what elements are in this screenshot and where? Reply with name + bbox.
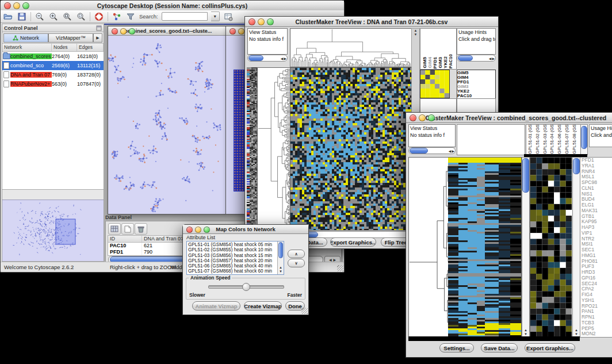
close-icon[interactable]: [230, 28, 236, 35]
minimize-icon[interactable]: [13, 2, 20, 9]
minimize-icon[interactable]: [120, 28, 127, 35]
minimize-icon[interactable]: [238, 28, 244, 35]
zoom-window-icon[interactable]: [129, 28, 135, 35]
new-attribute-icon[interactable]: [121, 223, 134, 235]
network-list-row[interactable]: DNA and Tran 07 769(0) 183728(0): [2, 70, 104, 79]
zoom-heatmap[interactable]: [420, 70, 450, 98]
move-down-button[interactable]: ∨: [288, 259, 305, 267]
gene-label[interactable]: MON2: [580, 331, 612, 337]
attribute-list-item[interactable]: GPL51-03 (GSM856) heat shock 15 min: [187, 253, 284, 258]
zoom-window-icon[interactable]: [204, 227, 210, 233]
select-attributes-icon[interactable]: [108, 223, 121, 235]
close-icon[interactable]: [248, 18, 255, 25]
array-column-label[interactable]: GPL51-04 (GSM857): [549, 124, 554, 154]
array-column-label[interactable]: GPL51-03 (GSM856): [542, 124, 548, 154]
resize-grip[interactable]: [301, 308, 308, 314]
zoom-window-icon[interactable]: [22, 2, 29, 9]
gene-column-label[interactable]: PFD1: [433, 57, 438, 68]
minimize-icon[interactable]: [419, 114, 426, 121]
network-list-row[interactable]: combined_scores 2764(0) 16218(0): [2, 52, 104, 61]
column-dendrogram[interactable]: [290, 28, 412, 67]
minimize-icon[interactable]: [195, 227, 201, 233]
attribute-list-item[interactable]: GPL51-02 (GSM855) heat shock 10 min: [187, 247, 284, 252]
view-status-scrollbar[interactable]: ◀▶: [408, 147, 456, 154]
create-vizmap-button[interactable]: Create Vizmap: [244, 301, 282, 311]
array-column-label[interactable]: GPL51-08 (GSM872): [572, 124, 577, 154]
speed-slider[interactable]: [208, 285, 284, 289]
zoom-vscrollbar[interactable]: ▲▼: [572, 157, 580, 338]
minimize-icon[interactable]: [258, 18, 265, 25]
array-column-label[interactable]: GPL51-01 (GSM854): [527, 124, 533, 154]
toolbar-separator: [108, 12, 108, 21]
tab-overflow-arrow-icon[interactable]: ▶: [93, 33, 102, 43]
help-ring-icon[interactable]: [94, 12, 104, 22]
zoom-out-icon[interactable]: [35, 12, 45, 22]
move-up-button[interactable]: ∧: [288, 250, 305, 258]
open-icon[interactable]: [3, 12, 13, 22]
close-icon[interactable]: [4, 2, 11, 9]
close-icon[interactable]: [410, 114, 416, 121]
search-dropdown-icon[interactable]: ▼: [211, 12, 220, 21]
array-column-label[interactable]: GPL51-07 (GSM868): [564, 124, 569, 154]
close-icon[interactable]: [112, 28, 118, 35]
zoom-window-icon[interactable]: [428, 114, 435, 121]
attribute-list-item[interactable]: GPL51-04 (GSM857) heat shock 20 min: [187, 258, 284, 263]
scroll-arrows[interactable]: ◀▶: [324, 256, 341, 262]
column-dendrogram-area: [457, 124, 525, 155]
attribute-list-item[interactable]: GPL51-01 (GSM854) heat shock 05 min: [187, 242, 284, 247]
main-heatmap[interactable]: [448, 157, 522, 338]
gene-column-label[interactable]: GIM5: [422, 57, 427, 68]
zoom-fit-icon[interactable]: [62, 12, 72, 22]
gene-column-label[interactable]: GIM4: [427, 57, 433, 68]
attribute-table-icon[interactable]: [223, 12, 234, 22]
animate-vizmap-button[interactable]: Animate Vizmap: [192, 301, 240, 311]
network-list-row[interactable]: RNAPuberNov2+ 563(0) 107847(0): [2, 79, 104, 89]
network-overview-thumbnail: [2, 200, 104, 261]
zoom-window-icon[interactable]: [267, 18, 274, 25]
gene-row-label[interactable]: PAC10: [457, 94, 495, 98]
vizmapper-icon[interactable]: [112, 12, 122, 22]
slider-thumb[interactable]: [242, 283, 250, 291]
labels-vscrollbar[interactable]: [580, 124, 588, 155]
dialog-titlebar[interactable]: Map Colors to Network: [183, 225, 308, 234]
close-icon[interactable]: [186, 227, 193, 233]
network-list-row[interactable]: combined_sco 2569(6) 13112(15): [2, 61, 104, 70]
main-titlebar[interactable]: Cytoscape Desktop (Session Name: collins…: [1, 1, 344, 11]
save-icon[interactable]: [17, 12, 27, 22]
row-dendrogram[interactable]: [257, 67, 291, 231]
attribute-list-scrollbar[interactable]: ▲▼: [277, 242, 284, 274]
export-graphics-button[interactable]: Export Graphics...: [525, 343, 575, 352]
gene-column-label[interactable]: YKE2: [443, 56, 448, 68]
heatmap-vscrollbar[interactable]: ▲▼: [522, 157, 530, 338]
row-dendrogram[interactable]: [408, 157, 449, 338]
settings-button[interactable]: Settings...: [439, 343, 474, 352]
network-overview-panel[interactable]: [2, 200, 104, 261]
tv1-titlebar[interactable]: ClusterMaker TreeView : DNA and Tran 07-…: [245, 17, 498, 27]
zoom-heatmap[interactable]: [530, 157, 573, 338]
delete-attribute-icon[interactable]: [135, 223, 147, 235]
gene-column-label[interactable]: GIM3: [438, 57, 443, 68]
view-status-scrollbar[interactable]: ◀▶: [247, 55, 288, 62]
filter-icon[interactable]: [125, 12, 136, 22]
gene-column-label[interactable]: PAC10: [448, 54, 453, 68]
network-view-window[interactable]: combined_scores_good.txt--cluste...: [108, 26, 226, 214]
network-graph-canvas[interactable]: [108, 35, 225, 213]
tab-network[interactable]: Network: [3, 33, 48, 43]
save-data-button[interactable]: Save Data...: [481, 343, 518, 352]
global-heatmap[interactable]: [290, 67, 412, 231]
attribute-list-item[interactable]: GPL51-06 (GSM865) heat shock 40 min: [187, 263, 284, 269]
usage-hints-scrollbar[interactable]: ◀▶: [457, 55, 496, 62]
attribute-list-item[interactable]: GPL51-07 (GSM868) heat shock 60 min: [187, 269, 284, 274]
search-input[interactable]: [162, 12, 208, 21]
zoom-in-icon[interactable]: [48, 12, 59, 22]
zoom-selected-icon[interactable]: [76, 12, 86, 22]
column-labels-panel: GPL51-01 (GSM854)GPL51-02 (GSM855)GPL51-…: [526, 124, 581, 155]
array-column-label[interactable]: GPL51-02 (GSM855): [535, 124, 540, 154]
id-column-header[interactable]: ID: [108, 236, 142, 242]
tab-vizmapper[interactable]: VizMapper™: [48, 33, 93, 43]
tv2-titlebar[interactable]: ClusterMaker TreeView : combined_scores_…: [406, 113, 612, 123]
float-panel-icon[interactable]: [96, 25, 102, 31]
array-column-label[interactable]: GPL51-06 (GSM865): [557, 124, 562, 154]
resize-grip[interactable]: [337, 265, 343, 271]
export-graphics-button[interactable]: Export Graphics...: [330, 237, 376, 247]
